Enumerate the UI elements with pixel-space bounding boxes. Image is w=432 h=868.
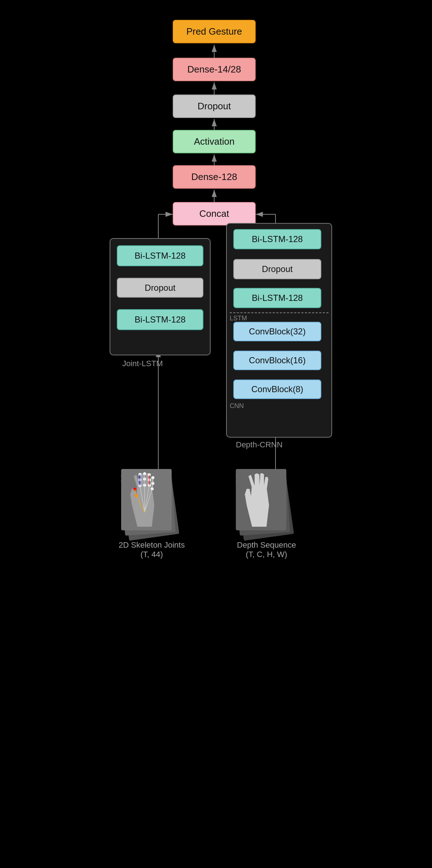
lstm-label-text: LSTM [230, 315, 247, 322]
dense-128-node: Dense-128 [173, 165, 256, 189]
depth-crnn-label: Depth-CRNN [236, 440, 283, 450]
depth-label2: (T, C, H, W) [246, 550, 287, 559]
depth-input-container: Depth Sequence (T, C, H, W) [236, 465, 297, 559]
joint-lstm-label: Joint-LSTM [122, 359, 163, 368]
conv8-node: ConvBlock(8) [233, 380, 321, 399]
depth-bi-lstm-top: Bi-LSTM-128 [233, 229, 321, 249]
joint-bi-lstm-bot: Bi-LSTM-128 [117, 309, 203, 330]
depth-bi-lstm-bot: Bi-LSTM-128 [233, 288, 321, 308]
activation-node: Activation [173, 130, 256, 153]
concat-node: Concat [173, 202, 256, 225]
conv16-node: ConvBlock(16) [233, 351, 321, 370]
depth-dropout: Dropout [233, 259, 321, 279]
dropout-top-node: Dropout [173, 95, 256, 118]
conv32-node: ConvBlock(32) [233, 322, 321, 341]
joint-bi-lstm-top: Bi-LSTM-128 [117, 245, 203, 266]
depth-label1: Depth Sequence [237, 540, 296, 550]
skeleton-label1: 2D Skeleton Joints [119, 540, 185, 550]
depth-hand-image [236, 465, 297, 538]
skeleton-input-container: 2D Skeleton Joints (T, 44) [119, 465, 185, 559]
depth-crnn-lstm-sublabel: LSTM [230, 312, 329, 322]
cnn-label-text: CNN [230, 402, 244, 409]
cnn-sublabel: CNN [230, 402, 244, 410]
joint-dropout: Dropout [117, 278, 203, 298]
dense-14-28-node: Dense-14/28 [173, 58, 256, 81]
skeleton-label2: (T, 44) [141, 550, 163, 559]
pred-gesture-node: Pred Gesture [173, 20, 256, 43]
skeleton-hand-image [121, 465, 182, 538]
